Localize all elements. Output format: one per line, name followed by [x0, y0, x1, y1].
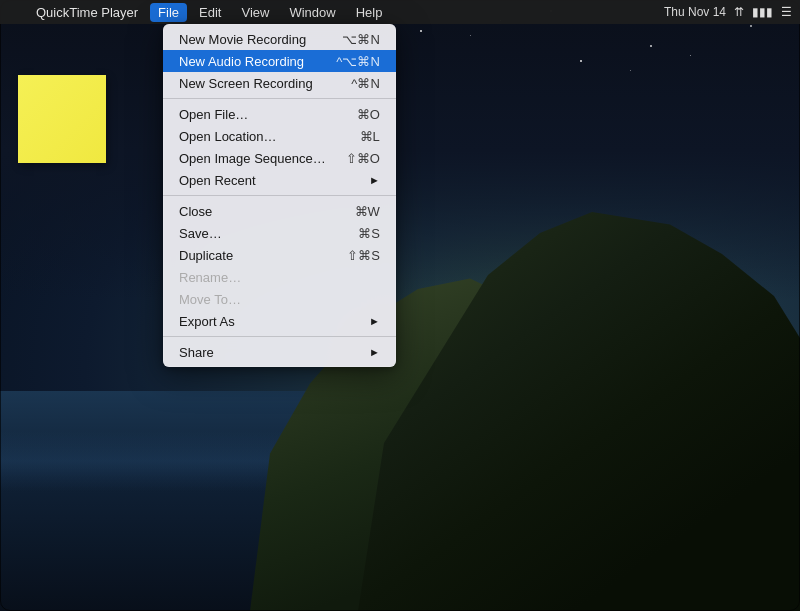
menubar-wifi[interactable]: ⇈: [734, 5, 744, 19]
menu-item-save[interactable]: Save… ⌘S: [163, 222, 396, 244]
menu-item-open-image-seq[interactable]: Open Image Sequence… ⇧⌘O: [163, 147, 396, 169]
menu-item-move-to: Move To…: [163, 288, 396, 310]
menu-item-open-file[interactable]: Open File… ⌘O: [163, 103, 396, 125]
separator-2: [163, 195, 396, 196]
menubar: QuickTime Player File Edit View Window H…: [0, 0, 800, 24]
desktop: [0, 0, 800, 611]
menubar-item-file[interactable]: File: [150, 3, 187, 22]
menubar-right: Thu Nov 14 ⇈ ▮▮▮ ☰: [664, 5, 792, 19]
menu-item-share[interactable]: Share ►: [163, 341, 396, 363]
menu-item-new-audio[interactable]: New Audio Recording ^⌥⌘N: [163, 50, 396, 72]
menu-item-open-recent[interactable]: Open Recent ►: [163, 169, 396, 191]
menu-item-open-location[interactable]: Open Location… ⌘L: [163, 125, 396, 147]
menubar-search[interactable]: ☰: [781, 5, 792, 19]
menu-item-close[interactable]: Close ⌘W: [163, 200, 396, 222]
menu-item-new-screen[interactable]: New Screen Recording ^⌘N: [163, 72, 396, 94]
menubar-item-quicktime[interactable]: QuickTime Player: [28, 3, 146, 22]
menu-item-rename: Rename…: [163, 266, 396, 288]
menubar-item-view[interactable]: View: [233, 3, 277, 22]
menubar-battery[interactable]: ▮▮▮: [752, 5, 773, 19]
menubar-item-help[interactable]: Help: [348, 3, 391, 22]
menubar-date: Thu Nov 14: [664, 5, 726, 19]
menu-item-duplicate[interactable]: Duplicate ⇧⌘S: [163, 244, 396, 266]
separator-3: [163, 336, 396, 337]
separator-1: [163, 98, 396, 99]
sticky-note[interactable]: [18, 75, 106, 163]
menu-item-new-movie[interactable]: New Movie Recording ⌥⌘N: [163, 28, 396, 50]
menu-item-export-as[interactable]: Export As ►: [163, 310, 396, 332]
menubar-item-window[interactable]: Window: [281, 3, 343, 22]
file-dropdown-menu: New Movie Recording ⌥⌘N New Audio Record…: [163, 24, 396, 367]
menubar-item-edit[interactable]: Edit: [191, 3, 229, 22]
